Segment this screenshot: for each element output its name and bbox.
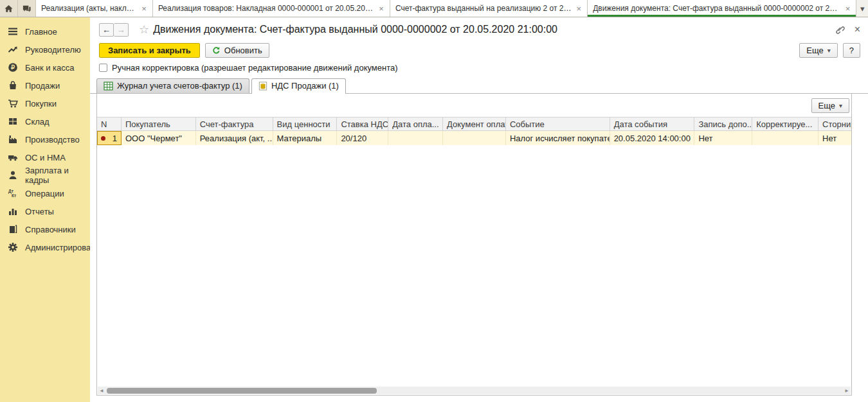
sidebar-item-operatsii[interactable]: ДтКт Операции xyxy=(0,184,90,202)
cell-row-number[interactable]: 1 xyxy=(97,131,122,145)
sidebar-item-label: Банк и касса xyxy=(25,63,75,73)
tab-zhurnal-ucheta[interactable]: Журнал учета счетов-фактур (1) xyxy=(96,78,249,93)
cell-zapis-dop[interactable]: Нет xyxy=(694,131,752,145)
main-form-area: ← → ☆ Движения документа: Счет-фактура в… xyxy=(90,17,868,402)
scrollbar-track[interactable] xyxy=(105,387,843,394)
cell-stornir[interactable]: Нет xyxy=(818,131,851,145)
back-button[interactable]: ← xyxy=(99,23,114,37)
register-tabs: Журнал учета счетов-фактур (1) НДС Прода… xyxy=(90,76,868,94)
column-header-korrektiruemyi[interactable]: Корректируе... xyxy=(752,118,818,130)
get-link-icon[interactable] xyxy=(835,24,845,35)
scroll-left-arrow[interactable]: ◄ xyxy=(98,387,105,394)
more-label: Еще xyxy=(806,46,823,55)
table-more-button[interactable]: Еще ▾ xyxy=(811,98,849,113)
tab-nds-prodazhi[interactable]: НДС Продажи (1) xyxy=(251,78,346,94)
refresh-label: Обновить xyxy=(224,46,262,55)
refresh-button[interactable]: Обновить xyxy=(205,43,269,58)
tab-close-icon[interactable]: × xyxy=(378,4,384,13)
column-header-zapis-dop[interactable]: Запись допо... xyxy=(694,118,752,130)
books-icon xyxy=(8,224,18,234)
discussions-button[interactable] xyxy=(18,0,36,17)
sidebar-item-prodazhi[interactable]: Продажи xyxy=(0,76,90,94)
menu-lines-icon xyxy=(8,26,18,37)
forward-button[interactable]: → xyxy=(114,23,129,37)
column-header-dokument-oplaty[interactable]: Документ оплаты xyxy=(443,118,506,130)
tab-realizatsiya-tovarov[interactable]: Реализация товаров: Накладная 0000-00000… xyxy=(153,0,390,17)
chat-icon xyxy=(22,4,32,13)
column-header-data-sobytiya[interactable]: Дата события xyxy=(610,118,695,130)
svg-text:Кт: Кт xyxy=(12,193,16,198)
sidebar-item-otchety[interactable]: Отчеты xyxy=(0,202,90,220)
sidebar-item-proizvodstvo[interactable]: Производство xyxy=(0,130,90,148)
column-header-sobytie[interactable]: Событие xyxy=(506,118,610,130)
cell-data-oplaty[interactable] xyxy=(388,131,443,145)
table-toolbar: Еще ▾ xyxy=(97,94,851,117)
cell-korrektiruemyi[interactable] xyxy=(752,131,818,145)
column-header-n[interactable]: N xyxy=(97,118,122,130)
sidebar-item-spravochniki[interactable]: Справочники xyxy=(0,220,90,238)
save-and-close-button[interactable]: Записать и закрыть xyxy=(99,43,200,58)
tab-dvizheniya-dokumenta[interactable]: Движения документа: Счет-фактура выданны… xyxy=(588,0,856,17)
cell-schet-faktura[interactable]: Реализация (акт, ... xyxy=(196,131,273,145)
column-header-stavka-nds[interactable]: Ставка НДС xyxy=(337,118,388,130)
column-header-pokupatel[interactable]: Покупатель xyxy=(122,118,196,130)
tab-label: Реализация (акты, накладные) xyxy=(41,4,137,13)
favorites-star-icon[interactable]: ☆ xyxy=(139,22,149,37)
bar-chart-icon xyxy=(8,206,18,216)
shopping-cart-icon xyxy=(8,98,18,109)
sidebar-item-os-i-nma[interactable]: ОС и НМА xyxy=(0,148,90,166)
scroll-right-arrow[interactable]: ► xyxy=(843,387,851,394)
column-header-data-oplaty[interactable]: Дата опла... xyxy=(388,118,443,130)
page-title: Движения документа: Счет-фактура выданны… xyxy=(153,24,557,35)
section-sidebar: Главное Руководителю ₽ Банк и касса Прод… xyxy=(0,17,90,402)
sidebar-item-label: Производство xyxy=(25,135,80,144)
cell-dokument-oplaty[interactable] xyxy=(443,131,506,145)
app-icons xyxy=(0,0,36,17)
column-header-stornir[interactable]: Сторниру xyxy=(818,118,851,130)
cell-sobytie[interactable]: Налог исчисляет покупатель xyxy=(506,131,610,145)
home-button[interactable] xyxy=(0,0,18,17)
tab-label: Журнал учета счетов-фактур (1) xyxy=(117,81,242,91)
cell-data-sobytiya[interactable]: 20.05.2020 14:00:00 xyxy=(610,131,695,145)
manual-adjustment-row: Ручная корректировка (разрешает редактир… xyxy=(90,59,868,76)
help-button[interactable]: ? xyxy=(843,43,860,58)
sidebar-item-glavnoe[interactable]: Главное xyxy=(0,22,90,40)
dt-kt-icon: ДтКт xyxy=(8,188,18,198)
tab-close-icon[interactable]: × xyxy=(141,4,147,13)
close-form-icon[interactable]: × xyxy=(854,24,860,35)
tab-realizatsiya-akty[interactable]: Реализация (акты, накладные) × xyxy=(36,0,153,17)
window-controls: × xyxy=(835,24,863,35)
warehouse-icon xyxy=(8,116,18,127)
form-toolbar: Записать и закрыть Обновить Еще ▾ ? xyxy=(90,39,868,59)
sidebar-item-administrirovanie[interactable]: Администрирование xyxy=(0,238,90,256)
row-number: 1 xyxy=(113,134,117,143)
table-more-label: Еще xyxy=(818,101,835,110)
cell-stavka-nds[interactable]: 20/120 xyxy=(337,131,388,145)
more-button[interactable]: Еще ▾ xyxy=(799,43,837,58)
sidebar-item-rukovoditelyu[interactable]: Руководителю xyxy=(0,40,90,58)
manual-adjustment-checkbox[interactable] xyxy=(99,64,107,72)
refresh-icon xyxy=(212,46,221,55)
tab-list-dropdown[interactable]: ▾ xyxy=(856,0,868,17)
sidebar-item-bank-i-kassa[interactable]: ₽ Банк и касса xyxy=(0,58,90,76)
tab-label: Движения документа: Счет-фактура выданны… xyxy=(593,4,841,13)
column-header-schet-faktura[interactable]: Счет-фактура xyxy=(196,118,273,130)
cell-pokupatel[interactable]: ООО "Чермет" xyxy=(122,131,196,145)
tab-schet-faktura[interactable]: Счет-фактура выданный на реализацию 2 от… xyxy=(390,0,588,17)
sidebar-item-label: Отчеты xyxy=(25,207,54,216)
svg-text:₽: ₽ xyxy=(11,64,15,71)
sidebar-item-zarplata-i-kadry[interactable]: Зарплата и кадры xyxy=(0,166,90,184)
sidebar-item-pokupki[interactable]: Покупки xyxy=(0,94,90,112)
sidebar-item-label: Операции xyxy=(25,189,64,198)
column-header-vid-tsennosti[interactable]: Вид ценности xyxy=(273,118,338,130)
sidebar-item-label: Продажи xyxy=(25,81,60,91)
tab-close-icon[interactable]: × xyxy=(845,4,851,13)
trend-arrow-icon xyxy=(8,44,18,55)
scrollbar-thumb[interactable] xyxy=(107,388,377,394)
record-marker-icon xyxy=(101,136,105,141)
person-icon xyxy=(8,170,18,180)
cell-vid-tsennosti[interactable]: Материалы xyxy=(273,131,338,145)
sidebar-item-label: Склад xyxy=(25,117,50,127)
tab-close-icon[interactable]: × xyxy=(576,4,583,13)
sidebar-item-sklad[interactable]: Склад xyxy=(0,112,90,130)
